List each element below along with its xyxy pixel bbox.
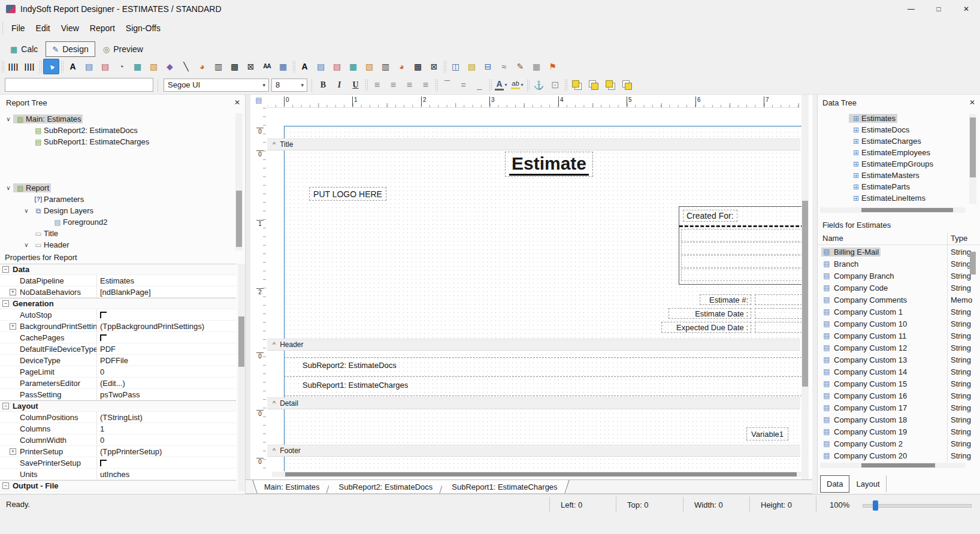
- property-row[interactable]: DeviceType PDFFile: [0, 355, 236, 366]
- chevron-down-icon[interactable]: ∨: [4, 116, 13, 122]
- field-row[interactable]: Company Custom 14 String: [818, 366, 980, 378]
- toolbar-button[interactable]: [365, 79, 368, 91]
- toolbar-button[interactable]: [489, 79, 492, 91]
- db-barcode-2d-tool-icon[interactable]: ▩: [410, 59, 426, 74]
- expand-icon[interactable]: [10, 460, 16, 466]
- property-value[interactable]: 0: [96, 435, 236, 445]
- side-panel-tab[interactable]: Layout: [849, 475, 886, 493]
- field-row[interactable]: Branch String: [818, 258, 980, 270]
- tree-item[interactable]: EstimateEmpGroups: [818, 158, 967, 170]
- field-row[interactable]: Company Custom 10 String: [818, 318, 980, 330]
- report-tree-scrollbar[interactable]: [235, 113, 243, 251]
- menu-item[interactable]: View: [56, 21, 84, 35]
- toolbar-button[interactable]: [527, 79, 530, 91]
- property-row[interactable]: − Layout: [0, 400, 236, 412]
- frame-button[interactable]: ⊡: [547, 77, 563, 93]
- font-color-button[interactable]: A ▾: [493, 77, 509, 93]
- property-value[interactable]: 0: [96, 366, 236, 377]
- chevron-down-icon[interactable]: ∨: [22, 242, 31, 248]
- report-title-label[interactable]: Estimate: [505, 152, 593, 177]
- property-value[interactable]: [29, 264, 236, 274]
- toolbar-button[interactable]: [292, 61, 295, 73]
- anchor-icon[interactable]: ⚓: [531, 77, 547, 93]
- db-barcode-tool-icon[interactable]: ▥: [377, 59, 394, 74]
- column-header-type[interactable]: Type: [951, 234, 967, 243]
- field-row[interactable]: Company Custom 2 String: [818, 438, 980, 449]
- collapse-band-icon[interactable]: ^: [273, 447, 276, 454]
- property-value[interactable]: [59, 481, 236, 491]
- system-variable-tool-icon[interactable]: ◔: [113, 59, 129, 74]
- variable1-object[interactable]: Variable1: [746, 427, 788, 441]
- move-forward-button[interactable]: [602, 77, 619, 93]
- canvas-horizontal-scrollbar[interactable]: [272, 472, 805, 477]
- toolbar-button[interactable]: [1, 61, 4, 73]
- property-row[interactable]: ParametersEditor (Edit...): [0, 378, 236, 389]
- estimate-number-label[interactable]: Estimate #:: [700, 294, 751, 305]
- band-detail[interactable]: ^ Detail: [267, 397, 800, 409]
- fields-scrollbar[interactable]: [969, 246, 976, 460]
- scrollbar-thumb[interactable]: [236, 191, 242, 247]
- close-icon[interactable]: ✕: [967, 98, 977, 107]
- richtext-tool-icon[interactable]: ▤: [97, 59, 113, 74]
- expand-icon[interactable]: −: [2, 300, 9, 307]
- report-page-tab[interactable]: SubReport2: EstimateDocs: [329, 480, 442, 493]
- zoom-slider-thumb[interactable]: [873, 500, 878, 511]
- field-row[interactable]: Company Custom 17 String: [818, 402, 980, 414]
- bring-to-front-button[interactable]: [568, 77, 585, 93]
- select-tool-icon[interactable]: ▲: [43, 59, 59, 74]
- property-value[interactable]: [ndBlankPage]: [96, 286, 236, 297]
- scrollbar-thumb[interactable]: [970, 117, 976, 177]
- created-for-label[interactable]: Created For:: [683, 210, 737, 222]
- subreport2-object[interactable]: SubReport2: EstimateDocs: [303, 361, 397, 370]
- tree-item[interactable]: Parameters: [0, 194, 234, 205]
- property-value[interactable]: (TppPrinterSetup): [96, 446, 236, 457]
- property-row[interactable]: DataPipeline Estimates: [0, 275, 236, 286]
- canvas-vertical-scrollbar[interactable]: [801, 95, 809, 479]
- checkbox-tool-icon[interactable]: ⊠: [243, 59, 259, 74]
- expand-icon[interactable]: [10, 391, 16, 398]
- property-value[interactable]: PDFFile: [96, 355, 236, 366]
- expand-icon[interactable]: −: [2, 482, 9, 489]
- side-panel-tab[interactable]: Data: [820, 475, 849, 493]
- tree-item[interactable]: EstimateCharges: [818, 135, 967, 147]
- minimize-button[interactable]: —: [897, 0, 925, 18]
- collapse-band-icon[interactable]: ^: [273, 341, 276, 348]
- db-richtext-tool-icon[interactable]: ▤: [329, 59, 345, 74]
- expand-icon[interactable]: [10, 471, 16, 478]
- barcode-labeled-tool-icon[interactable]: ||||: [22, 59, 38, 74]
- tree-item[interactable]: ∨ Design Layers: [0, 205, 234, 216]
- expand-icon[interactable]: [10, 414, 16, 421]
- tree-item[interactable]: Title: [0, 228, 234, 239]
- property-value[interactable]: [96, 332, 236, 343]
- tree-item[interactable]: EstimateLineItems: [818, 192, 967, 204]
- menu-item[interactable]: Sign-Offs: [120, 21, 166, 35]
- property-row[interactable]: PassSetting psTwoPass: [0, 389, 236, 400]
- paintbrush-tool-icon[interactable]: ✎: [512, 59, 528, 74]
- align-left-icon[interactable]: ≡: [369, 77, 385, 93]
- design-canvas[interactable]: ▤ 0 1 2 3 4 5 6 7 0 0 1 2 0 0 0 ^ Title …: [250, 95, 812, 479]
- close-button[interactable]: ✕: [952, 0, 980, 18]
- property-row[interactable]: + BackgroundPrintSettin (TppBackgroundPr…: [0, 321, 236, 332]
- calc-tool-icon[interactable]: ▦: [129, 59, 146, 74]
- property-row[interactable]: ColumnWidth 0: [0, 435, 236, 446]
- memo-tool-icon[interactable]: ▤: [81, 59, 97, 74]
- field-row[interactable]: Billing E-Mail String: [818, 246, 980, 258]
- tree-item[interactable]: SubReport2: EstimateDocs: [0, 125, 234, 136]
- geodata-tool-icon[interactable]: ⚑: [545, 59, 561, 74]
- property-value[interactable]: 1: [96, 423, 236, 434]
- image-tool-icon[interactable]: ▧: [146, 59, 162, 74]
- no-split-tool-icon[interactable]: ≈: [496, 59, 512, 74]
- column-header-name[interactable]: Name: [822, 234, 843, 243]
- db-checkbox-tool-icon[interactable]: ⊠: [426, 59, 442, 74]
- property-value[interactable]: [38, 401, 236, 411]
- barcode-tool-icon[interactable]: ||||: [5, 59, 22, 74]
- field-row[interactable]: Company Comments Memo: [818, 294, 980, 306]
- toolbar-button[interactable]: [39, 61, 42, 73]
- field-row[interactable]: Company Branch String: [818, 270, 980, 282]
- expand-icon[interactable]: −: [2, 403, 9, 409]
- property-value[interactable]: (Edit...): [96, 378, 236, 388]
- grid-tool-icon[interactable]: ▦: [528, 59, 545, 74]
- property-row[interactable]: AutoStop: [0, 309, 236, 321]
- expand-icon[interactable]: [10, 380, 16, 387]
- field-row[interactable]: Company Custom 1 String: [818, 306, 980, 318]
